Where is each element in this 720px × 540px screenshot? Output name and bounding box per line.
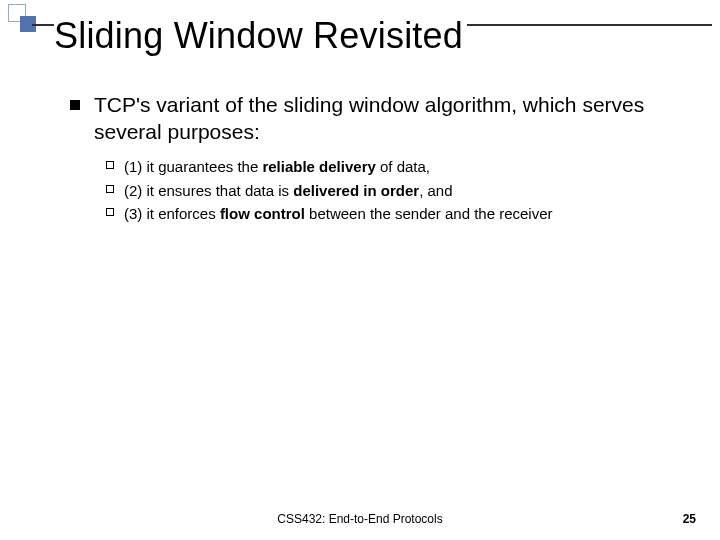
item-2-bold: delivered in order — [293, 182, 419, 199]
sub-bullets: (1) it guarantees the reliable delivery … — [106, 156, 680, 225]
item-3-post: between the sender and the receiver — [305, 205, 553, 222]
item-3-pre: (3) it enforces — [124, 205, 220, 222]
bullet-level2: (3) it enforces flow control between the… — [106, 203, 680, 225]
hollow-square-bullet-icon — [106, 208, 114, 216]
bullet-level2: (1) it guarantees the reliable delivery … — [106, 156, 680, 178]
hollow-square-bullet-icon — [106, 185, 114, 193]
page-number: 25 — [683, 512, 696, 526]
bullet-level2: (2) it ensures that data is delivered in… — [106, 180, 680, 202]
item-1-post: of data, — [376, 158, 430, 175]
item-1: (1) it guarantees the reliable delivery … — [124, 156, 680, 178]
item-3-bold: flow control — [220, 205, 305, 222]
hollow-square-bullet-icon — [106, 161, 114, 169]
item-2-post: , and — [419, 182, 452, 199]
slide: Sliding Window Revisited TCP's variant o… — [0, 0, 720, 540]
lead-text: TCP's variant of the sliding window algo… — [94, 92, 680, 146]
footer-text: CSS432: End-to-End Protocols — [0, 512, 720, 526]
square-bullet-icon — [70, 100, 80, 110]
slide-title: Sliding Window Revisited — [54, 18, 467, 54]
item-3: (3) it enforces flow control between the… — [124, 203, 680, 225]
item-2: (2) it ensures that data is delivered in… — [124, 180, 680, 202]
item-1-bold: reliable delivery — [262, 158, 375, 175]
item-1-pre: (1) it guarantees the — [124, 158, 262, 175]
bullet-level1: TCP's variant of the sliding window algo… — [70, 92, 680, 146]
item-2-pre: (2) it ensures that data is — [124, 182, 293, 199]
slide-body: TCP's variant of the sliding window algo… — [70, 92, 680, 227]
